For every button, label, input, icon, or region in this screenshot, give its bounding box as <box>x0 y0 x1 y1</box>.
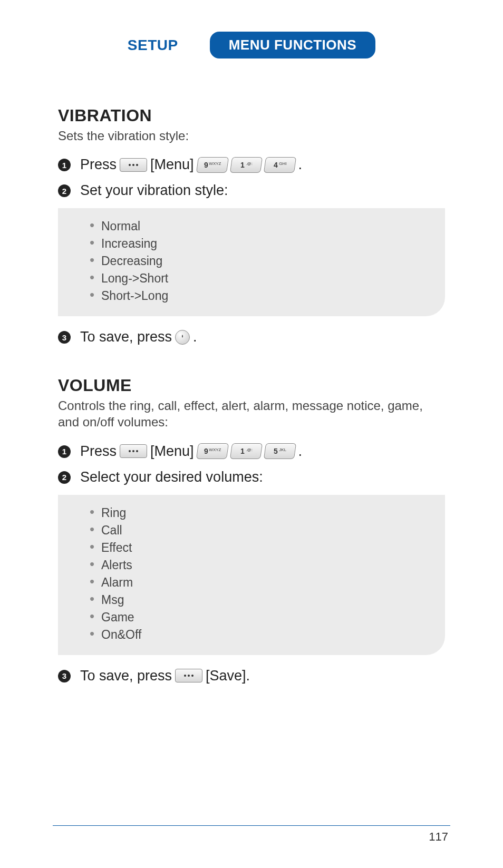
step-number-icon: 2 <box>58 184 71 197</box>
volume-step-2: 2 Select your desired volumes: <box>58 469 445 485</box>
step-number-icon: 3 <box>58 331 71 344</box>
step-number-icon: 1 <box>58 159 71 171</box>
menu-functions-pill: MENU FUNCTIONS <box>210 32 375 58</box>
volume-title: VOLUME <box>58 376 445 395</box>
step-text: To save, press <box>80 668 172 684</box>
setup-label: SETUP <box>128 37 178 54</box>
vibration-step-1: 1 Press [Menu] 9WXYZ 1.@: 4GHI . <box>58 157 445 173</box>
menu-label: [Menu] <box>150 443 194 460</box>
list-item: Decreasing <box>90 252 424 270</box>
list-item: Alarm <box>90 574 424 591</box>
list-item: Game <box>90 609 424 626</box>
list-item: Short->Long <box>90 287 424 305</box>
menu-label: [Menu] <box>150 157 194 173</box>
step-number-icon: 3 <box>58 670 71 682</box>
list-item: Call <box>90 522 424 539</box>
list-item: Msg <box>90 591 424 609</box>
step-number-icon: 2 <box>58 471 71 484</box>
period: . <box>193 329 197 345</box>
footer-divider <box>53 825 450 826</box>
vibration-subtitle: Sets the vibration style: <box>58 128 445 144</box>
period: . <box>298 157 303 173</box>
step-text: Set your vibration style: <box>80 182 228 199</box>
list-item: Normal <box>90 218 424 235</box>
key-9-icon: 9WXYZ <box>196 443 228 459</box>
list-item: On&Off <box>90 626 424 643</box>
key-5-icon: 5JKL <box>263 443 296 459</box>
list-item: Increasing <box>90 235 424 252</box>
softkey-icon <box>120 158 147 172</box>
vibration-title: VIBRATION <box>58 106 445 125</box>
step-number-icon: 1 <box>58 445 71 458</box>
list-item: Effect <box>90 539 424 557</box>
key-1-icon: 1.@: <box>229 157 262 173</box>
vibration-step-3: 3 To save, press . <box>58 329 445 345</box>
key-4-icon: 4GHI <box>263 157 296 173</box>
period: . <box>298 443 303 460</box>
volume-options-box: Ring Call Effect Alerts Alarm Msg Game O… <box>58 495 445 655</box>
page-header: SETUP MENU FUNCTIONS <box>0 0 503 69</box>
step-text: Press <box>80 443 117 460</box>
page-number: 117 <box>429 830 448 844</box>
page-content: VIBRATION Sets the vibration style: 1 Pr… <box>0 69 503 684</box>
step-text: Press <box>80 157 117 173</box>
volume-subtitle: Controls the ring, call, effect, alert, … <box>58 397 445 430</box>
vibration-step-2: 2 Set your vibration style: <box>58 182 445 199</box>
key-1-icon: 1.@: <box>229 443 262 459</box>
ok-button-icon <box>175 330 190 345</box>
list-item: Alerts <box>90 557 424 574</box>
list-item: Long->Short <box>90 270 424 287</box>
softkey-icon <box>120 444 147 458</box>
softkey-icon <box>175 669 202 682</box>
key-9-icon: 9WXYZ <box>196 157 228 173</box>
step-text: To save, press <box>80 329 172 345</box>
step-text: Select your desired volumes: <box>80 469 263 485</box>
vibration-options-box: Normal Increasing Decreasing Long->Short… <box>58 208 445 316</box>
list-item: Ring <box>90 504 424 522</box>
save-label: [Save]. <box>206 668 250 684</box>
volume-step-3: 3 To save, press [Save]. <box>58 668 445 684</box>
volume-step-1: 1 Press [Menu] 9WXYZ 1.@: 5JKL . <box>58 443 445 460</box>
